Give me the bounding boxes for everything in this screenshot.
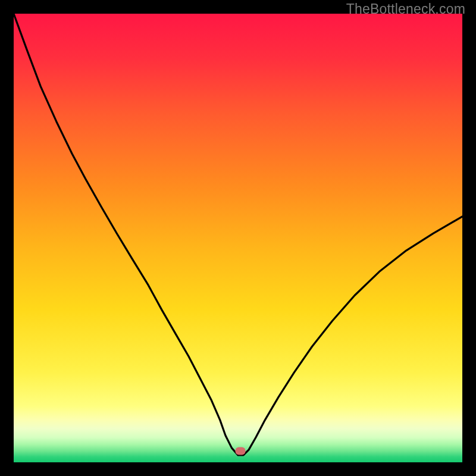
plot-area xyxy=(14,14,462,462)
chart-svg xyxy=(14,14,462,462)
watermark-text: TheBottleneck.com xyxy=(346,1,465,17)
chart-frame: TheBottleneck.com xyxy=(0,0,476,476)
optimum-marker xyxy=(235,447,245,455)
gradient-background xyxy=(14,14,462,462)
